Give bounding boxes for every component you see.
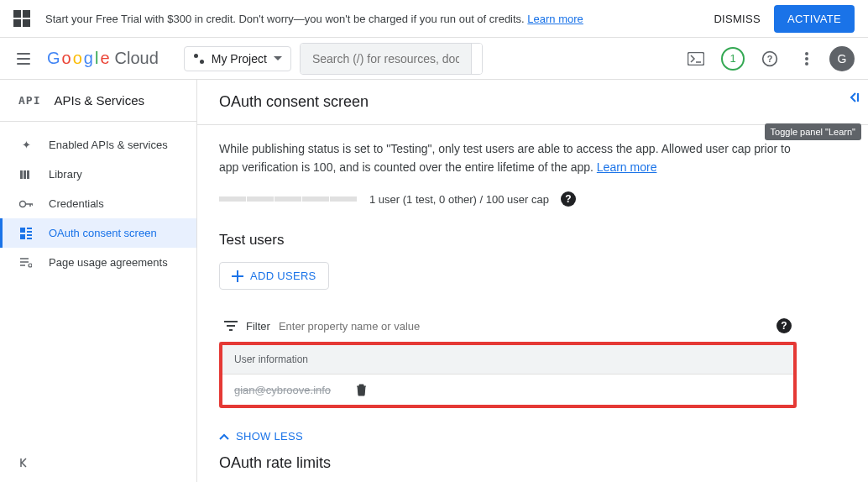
sidebar-item-credentials[interactable]: Credentials [0,189,196,218]
sidebar-item-label: OAuth consent screen [49,227,157,239]
cloud-shell-icon[interactable] [682,45,710,73]
svg-point-4 [805,57,808,60]
svg-rect-12 [27,231,32,233]
svg-rect-6 [20,170,23,179]
sidebar-item-label: Page usage agreements [49,256,168,269]
sidebar-item-label: Library [49,168,82,181]
learn-panel-tooltip: Toggle panel "Learn" [765,123,861,140]
help-icon[interactable]: ? [756,45,784,73]
project-dots-icon [193,53,205,65]
chevron-up-icon [219,433,229,440]
sidebar: API APIs & Services ✦ Enabled APIs & ser… [0,80,197,482]
banner-learn-more-link[interactable]: Learn more [527,13,583,25]
sidebar-item-label: Enabled APIs & services [49,139,168,151]
show-less-button[interactable]: SHOW LESS [219,430,303,443]
sidebar-item-library[interactable]: Library [0,160,196,189]
banner-text: Start your Free Trial with $300 in credi… [45,13,583,25]
help-tooltip-icon[interactable]: ? [561,191,576,207]
filter-help-icon[interactable]: ? [776,318,792,333]
svg-rect-11 [27,228,32,229]
consent-screen-icon [18,228,34,239]
filter-input[interactable] [279,320,768,333]
sidebar-item-oauth-consent[interactable]: OAuth consent screen [0,218,196,248]
main-content: OAuth consent screen While publishing st… [197,80,868,482]
notifications-icon[interactable]: 1 [719,45,747,73]
plus-icon [232,270,243,282]
api-icon: API [18,94,40,107]
gift-icon [13,10,30,27]
svg-point-5 [805,62,808,65]
table-row: gian@cybroove.info [222,375,793,405]
table-header-cell: User information [222,345,793,375]
add-users-button[interactable]: ADD USERS [219,262,329,290]
search-input[interactable] [301,44,471,74]
sidebar-item-page-usage[interactable]: Page usage agreements [0,248,196,277]
user-email-cell: gian@cybroove.info [234,384,331,396]
dismiss-button[interactable]: DISMISS [700,6,774,32]
hamburger-menu-icon[interactable] [13,49,34,69]
sidebar-item-enabled-apis[interactable]: ✦ Enabled APIs & services [0,130,196,160]
more-menu-icon[interactable] [792,45,821,73]
svg-point-3 [805,52,808,55]
delete-user-button[interactable] [356,384,367,396]
notification-badge: 1 [721,47,745,71]
search-bar: Search [300,43,484,75]
filter-label: Filter [246,320,270,333]
activate-button[interactable]: ACTIVATE [774,5,855,33]
key-icon [18,200,34,208]
svg-rect-8 [27,170,29,179]
project-selector[interactable]: My Project [184,46,291,71]
project-name-label: My Project [212,52,267,65]
info-paragraph: While publishing status is set to "Testi… [219,140,797,176]
filter-icon [224,321,238,331]
sidebar-header: API APIs & Services [0,80,196,122]
trash-icon [356,384,367,396]
svg-point-9 [20,201,26,207]
search-button[interactable]: Search [471,44,484,74]
user-avatar[interactable]: G [829,46,855,71]
google-cloud-logo[interactable]: Google Cloud [47,49,159,68]
sidebar-title: APIs & Services [54,93,144,107]
user-cap-row: 1 user (1 test, 0 other) / 100 user cap … [219,191,797,207]
svg-text:?: ? [767,54,773,64]
svg-rect-13 [20,234,25,239]
sidebar-item-label: Credentials [49,197,104,210]
svg-rect-0 [688,52,704,65]
collapse-sidebar-icon[interactable] [0,443,196,482]
user-cap-bar [219,196,358,202]
caret-down-icon [274,56,282,61]
info-learn-more-link[interactable]: Learn more [597,160,657,174]
svg-rect-14 [27,234,32,236]
test-users-heading: Test users [219,232,797,249]
svg-rect-10 [20,228,25,233]
svg-point-16 [29,264,32,267]
svg-rect-15 [27,238,32,239]
diamond-icon: ✦ [18,139,34,151]
oauth-rate-limits-heading: OAuth rate limits [219,454,797,472]
svg-rect-7 [24,170,26,179]
free-trial-banner: Start your Free Trial with $300 in credi… [0,0,868,38]
library-icon [18,169,34,181]
test-users-table: User information gian@cybroove.info [219,342,797,408]
main-toolbar: Google Cloud My Project Search 1 ? G [0,38,868,80]
chevron-left-panel-icon [848,92,860,103]
agreements-icon [18,258,34,268]
user-cap-text: 1 user (1 test, 0 other) / 100 user cap [369,193,549,206]
filter-row: Filter ? [219,310,797,343]
page-title: OAuth consent screen [219,93,846,111]
toggle-learn-panel-button[interactable] [848,92,860,103]
